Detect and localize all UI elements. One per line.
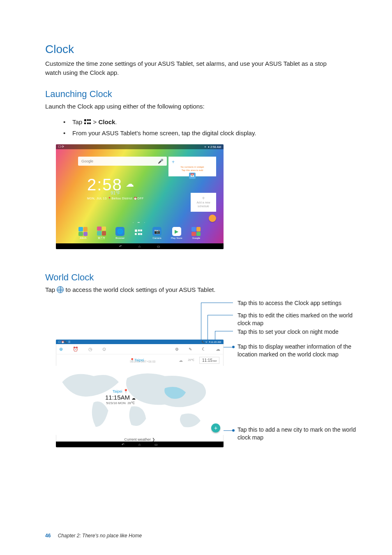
- world-clock-figure: Tap this to access the Clock app setting…: [45, 303, 349, 455]
- wc-nav-back-icon[interactable]: ↶: [122, 443, 125, 446]
- bullet-1-tap: Tap: [72, 118, 82, 125]
- heading-world-clock: World Clock: [45, 272, 363, 283]
- home-status-left: ☐ ⟳: [58, 145, 64, 148]
- contacts-line2: Tap this area to add: [172, 169, 213, 172]
- chapter-title: Chapter 2: There's no place like Home: [58, 533, 142, 539]
- map-weather-icon: ☁: [131, 396, 136, 400]
- calendar-icon: 📅: [189, 173, 196, 178]
- callout-add-city: Tap this to add a new city to mark on th…: [238, 426, 361, 442]
- dock-google[interactable]: Google: [191, 227, 201, 239]
- bullet-1-mid: >: [93, 118, 99, 125]
- map-city-time: 11:15AM: [105, 394, 130, 401]
- world-clock-screenshot: ☐ ⏰ 📞 ☰ 📞 ᯤ ▮ 11:15 AM ⊕ ⏰ ◷ ⊙ ⚙ ✎ ☾ ☁ 📍…: [56, 340, 224, 447]
- callout-weather: Tap this to display weather information …: [238, 343, 369, 358]
- home-status-bar: ☐ ⟳ ᯤ ▮ 2:58 AM: [56, 144, 224, 149]
- contacts-plus-icon: +: [172, 159, 213, 166]
- map-pin-icon: 📍: [123, 389, 128, 393]
- home-navbar: ↶ ⌂ ▭: [56, 243, 224, 249]
- contacts-widget[interactable]: + No contacts in widget Tap this area to…: [168, 157, 216, 176]
- intro-para: Customize the time zone settings of your…: [45, 59, 341, 77]
- current-weather-link[interactable]: Current weather ❯: [56, 437, 224, 442]
- row-time-box: 11:15AM: [199, 357, 219, 364]
- bullet-1-clock: Clock: [98, 118, 115, 125]
- search-hint: Google: [81, 159, 93, 163]
- tab-timer-icon[interactable]: ⊙: [102, 347, 106, 352]
- home-dock: ASUS 第三方 🌐Browser 📷Camera ▶Play Store Go…: [56, 223, 224, 243]
- wc-status-left: ☐ ⏰ 📞 ☰: [58, 340, 70, 343]
- world-map-svg: [56, 366, 224, 435]
- map-city-label: Taipei 📍 11:15AM ☁ 5/23/16 MON 28℃: [105, 389, 136, 405]
- callout-edit-cities: Tap this to edit the cities marked on th…: [238, 312, 357, 327]
- dock-camera-label: Camera: [152, 237, 161, 239]
- callout-night-mode: Tap this to set your clock on night mode: [238, 328, 357, 336]
- dock-apps[interactable]: [134, 228, 143, 238]
- heading-clock: Clock: [45, 43, 363, 56]
- dock-tp-label: 第三方: [98, 236, 105, 240]
- page-number: 46: [45, 533, 51, 539]
- schedule-plus-icon: +: [194, 195, 213, 201]
- wc-tabs: ⊕ ⏰ ◷ ⊙ ⚙ ✎ ☾ ☁: [56, 344, 224, 354]
- contacts-line1: No contacts in widget: [172, 166, 213, 169]
- bullet-1: Tap > Clock.: [63, 116, 363, 127]
- night-mode-icon[interactable]: ☾: [202, 347, 206, 352]
- world-intro: Tap to access the world clock settings o…: [45, 285, 341, 294]
- row-temp: 28℃: [188, 358, 194, 362]
- clock-widget[interactable]: 2:58 91°F MON, JUL 13 📍Beitou District ⏰…: [87, 176, 144, 200]
- dock-playstore[interactable]: ▶Play Store: [171, 227, 182, 239]
- nav-recent-icon[interactable]: ▭: [157, 245, 160, 248]
- dock-asus-label: ASUS: [80, 237, 86, 239]
- tab-alarm-icon[interactable]: ⏰: [73, 347, 78, 352]
- dock-browser[interactable]: 🌐Browser: [115, 227, 125, 239]
- nav-back-icon[interactable]: ↶: [119, 245, 122, 248]
- wc-status-bar: ☐ ⏰ 📞 ☰ 📞 ᯤ ▮ 11:15 AM: [56, 340, 224, 344]
- wc-map[interactable]: [56, 366, 224, 435]
- wc-status-right: 📞 ᯤ ▮ 11:15 AM: [202, 340, 221, 343]
- world-intro-b: to access the world clock settings of yo…: [66, 286, 216, 293]
- world-intro-a: Tap: [45, 286, 57, 293]
- dock-browser-label: Browser: [115, 237, 125, 239]
- map-city-date: 5/23/16 MON: [106, 401, 126, 405]
- weather-toggle-icon[interactable]: ☁: [216, 347, 220, 352]
- wc-nav-home-icon[interactable]: ⌂: [138, 443, 141, 446]
- dock-asus[interactable]: ASUS: [78, 227, 88, 239]
- wc-city-row[interactable]: 📍Taipei 5/23/16 GMT+08:00 ☁ 28℃ 11:15AM: [56, 355, 224, 365]
- home-status-right: ᯤ ▮ 2:58 AM: [204, 146, 221, 148]
- launch-intro: Launch the Clock app using either of the…: [45, 102, 341, 111]
- row-gmt: 5/23/16 GMT+08:00: [130, 360, 155, 363]
- schedule-line: Add a new schedule: [194, 201, 213, 208]
- home-screenshot: ☐ ⟳ ᯤ ▮ 2:58 AM Google 🎤 2:58 91°F MON, …: [56, 144, 224, 249]
- add-city-button[interactable]: +: [211, 423, 220, 432]
- globe-icon: [57, 286, 64, 293]
- map-city-temp: 28℃: [127, 401, 135, 405]
- page-footer: 46 Chapter 2: There's no place like Home: [45, 533, 142, 539]
- dock-camera[interactable]: 📷Camera: [152, 227, 161, 239]
- wc-nav-recent-icon[interactable]: ▭: [154, 443, 158, 446]
- launch-bullets: Tap > Clock. From your ASUS Tablet's hom…: [63, 116, 363, 139]
- heading-launching: Launching Clock: [45, 89, 363, 99]
- apps-grid-icon: [84, 119, 91, 125]
- schedule-widget[interactable]: + Add a new schedule: [191, 193, 216, 212]
- dock-play-label: Play Store: [171, 237, 182, 239]
- tab-stopwatch-icon[interactable]: ◷: [88, 347, 92, 352]
- callout-settings: Tap this to access the Clock app setting…: [238, 299, 357, 307]
- wc-navbar: ↶ ⌂ ▭: [56, 442, 224, 447]
- bullet-1-suffix: .: [115, 118, 117, 125]
- dock-thirdparty[interactable]: 第三方: [97, 227, 106, 240]
- google-search-bar[interactable]: Google 🎤: [78, 157, 167, 166]
- weather-icon: ☁: [126, 179, 134, 189]
- nav-home-icon[interactable]: ⌂: [138, 245, 141, 248]
- edit-icon[interactable]: ✎: [189, 347, 192, 352]
- bullet-2: From your ASUS Tablet's home screen, tap…: [63, 127, 363, 139]
- mic-icon[interactable]: 🎤: [158, 159, 164, 164]
- settings-icon[interactable]: ⚙: [175, 347, 179, 352]
- row-weather-icon: ☁: [179, 358, 183, 363]
- map-city-name: Taipei: [113, 389, 122, 393]
- clock-date: MON, JUL 13 📍Beitou District ⏰OFF: [87, 197, 144, 200]
- tab-world-icon[interactable]: ⊕: [59, 347, 63, 352]
- dock-google-label: Google: [192, 237, 200, 239]
